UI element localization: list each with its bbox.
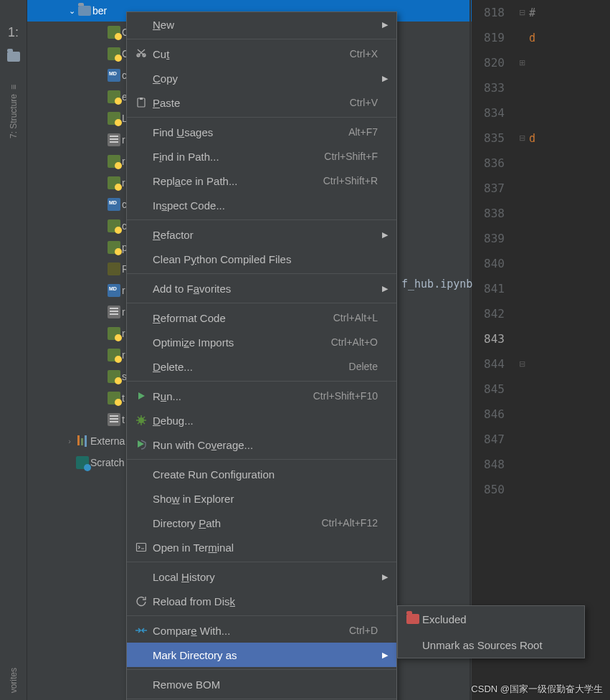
- editor-line[interactable]: 847: [472, 427, 610, 452]
- line-number: 837: [472, 181, 515, 195]
- file-icon: [106, 241, 122, 254]
- structure-icon: ≡: [9, 85, 19, 90]
- editor-line[interactable]: 844⊟: [472, 351, 610, 377]
- menu-item[interactable]: Show in Explorer: [127, 486, 396, 511]
- menu-item-label: Reformat Code: [151, 312, 328, 324]
- fold-marker[interactable]: ⊟: [515, 8, 529, 17]
- editor-line[interactable]: 846: [472, 402, 610, 427]
- editor-line[interactable]: 842: [472, 301, 610, 326]
- editor-line[interactable]: 837: [472, 176, 610, 201]
- editor-line[interactable]: 839: [472, 226, 610, 251]
- editor-area[interactable]: 818⊟#819d820⊞833834835⊟d8368378388398408…: [472, 0, 610, 700]
- editor-line[interactable]: 835⊟d: [472, 126, 610, 151]
- menu-item[interactable]: Run with Coverage...: [127, 432, 396, 457]
- editor-line[interactable]: 848: [472, 452, 610, 477]
- structure-tool-button[interactable]: 7: Structure ≡: [9, 85, 19, 138]
- menu-item[interactable]: Local History▶: [127, 564, 396, 589]
- line-number: 836: [472, 156, 515, 170]
- line-number: 818: [472, 6, 515, 19]
- svg-rect-1: [140, 98, 143, 100]
- menu-item[interactable]: Inspect Code...: [127, 193, 396, 217]
- menu-item[interactable]: Reload from Disk: [127, 589, 396, 613]
- line-number: 835: [472, 131, 515, 145]
- editor-line[interactable]: 843: [472, 326, 610, 351]
- editor-line[interactable]: 819d: [472, 25, 610, 50]
- menu-item[interactable]: Copy▶: [127, 66, 396, 90]
- menu-item[interactable]: Delete...Delete: [127, 354, 396, 379]
- editor-line[interactable]: 820⊞: [472, 50, 610, 75]
- menu-item[interactable]: Run...Ctrl+Shift+F10: [127, 384, 396, 408]
- menu-item[interactable]: New▶: [127, 12, 396, 37]
- editor-line[interactable]: 850: [472, 477, 610, 502]
- menu-item[interactable]: Optimize ImportsCtrl+Alt+O: [127, 330, 396, 354]
- fold-marker[interactable]: ⊟: [515, 133, 529, 143]
- menu-item[interactable]: Mark Directory as▶: [127, 643, 396, 667]
- menu-item[interactable]: Reformat CodeCtrl+Alt+L: [127, 306, 396, 330]
- menu-separator: [127, 219, 396, 220]
- menu-item[interactable]: Remove BOM: [127, 672, 396, 696]
- file-name: r: [122, 306, 125, 318]
- line-number: 846: [472, 407, 515, 421]
- menu-separator: [127, 303, 396, 303]
- externals-label: Externa: [90, 435, 125, 447]
- menu-item-label: Remove BOM: [151, 678, 372, 691]
- line-number: 819: [472, 31, 515, 44]
- line-number: 843: [472, 332, 515, 346]
- menu-item-label: Replace in Path...: [151, 175, 318, 187]
- menu-item-label: Compare With...: [151, 625, 343, 637]
- menu-item-label: Local History: [151, 571, 372, 583]
- submenu-arrow-icon: ▶: [378, 20, 388, 29]
- menu-item-label: Paste: [151, 97, 344, 109]
- menu-item[interactable]: PasteCtrl+V: [127, 90, 396, 115]
- submenu-arrow-icon: ▶: [378, 74, 388, 83]
- menu-separator: [127, 459, 396, 460]
- left-toolstrip: 1: 7: Structure ≡ vorites: [0, 0, 27, 700]
- fold-marker[interactable]: ⊞: [515, 58, 529, 67]
- submenu-item[interactable]: Unmark as Sources Root: [398, 632, 584, 658]
- submenu-arrow-icon: ▶: [378, 284, 388, 293]
- folder-icon: [77, 6, 92, 16]
- menu-item[interactable]: Refactor▶: [127, 222, 396, 247]
- editor-line[interactable]: 833: [472, 75, 610, 100]
- fold-marker[interactable]: ⊟: [515, 359, 529, 369]
- menu-separator: [127, 273, 396, 274]
- menu-item[interactable]: Find in Path...Ctrl+Shift+F: [127, 144, 396, 169]
- file-name: r: [122, 349, 125, 361]
- menu-item[interactable]: Directory PathCtrl+Alt+F12: [127, 511, 396, 535]
- menu-separator: [127, 669, 396, 670]
- menu-item[interactable]: Open in Terminal: [127, 535, 396, 559]
- menu-item[interactable]: Clean Python Compiled Files: [127, 247, 396, 271]
- submenu-item[interactable]: Excluded: [398, 606, 584, 632]
- menu-item-label: Debug...: [151, 415, 372, 427]
- scratches-icon: [75, 456, 90, 469]
- favorites-tool-button[interactable]: vorites: [0, 668, 27, 693]
- menu-item-shortcut: Ctrl+Alt+O: [325, 336, 378, 348]
- chevron-down-icon: ⌄: [67, 6, 77, 16]
- file-icon: [106, 327, 122, 340]
- file-name: r: [122, 328, 125, 339]
- chevron-right-icon: ›: [65, 437, 75, 445]
- editor-line[interactable]: 840: [472, 251, 610, 276]
- editor-line[interactable]: 841: [472, 276, 610, 301]
- editor-line[interactable]: 838: [472, 201, 610, 226]
- splitter[interactable]: [470, 0, 471, 700]
- file-name: t: [122, 414, 125, 425]
- editor-line[interactable]: 834: [472, 100, 610, 126]
- menu-item-shortcut: Ctrl+Alt+L: [328, 312, 378, 323]
- context-menu: New▶CutCtrl+XCopy▶PasteCtrl+VFind Usages…: [126, 11, 397, 700]
- menu-item[interactable]: Debug...: [127, 408, 396, 432]
- line-number: 847: [472, 432, 515, 446]
- menu-item[interactable]: Create Run Configuration: [127, 462, 396, 486]
- menu-item[interactable]: Replace in Path...Ctrl+Shift+R: [127, 169, 396, 193]
- file-icon: [106, 176, 122, 189]
- line-number: 839: [472, 232, 515, 245]
- project-icon[interactable]: [6, 49, 22, 65]
- menu-item[interactable]: Compare With...Ctrl+D: [127, 618, 396, 643]
- menu-item[interactable]: CutCtrl+X: [127, 42, 396, 66]
- menu-item[interactable]: Find UsagesAlt+F7: [127, 120, 396, 144]
- editor-line[interactable]: 818⊟#: [472, 0, 610, 25]
- menu-item[interactable]: Add to Favorites▶: [127, 276, 396, 301]
- editor-line[interactable]: 836: [472, 151, 610, 176]
- editor-line[interactable]: 845: [472, 377, 610, 402]
- submenu-item-label: Excluded: [422, 613, 467, 625]
